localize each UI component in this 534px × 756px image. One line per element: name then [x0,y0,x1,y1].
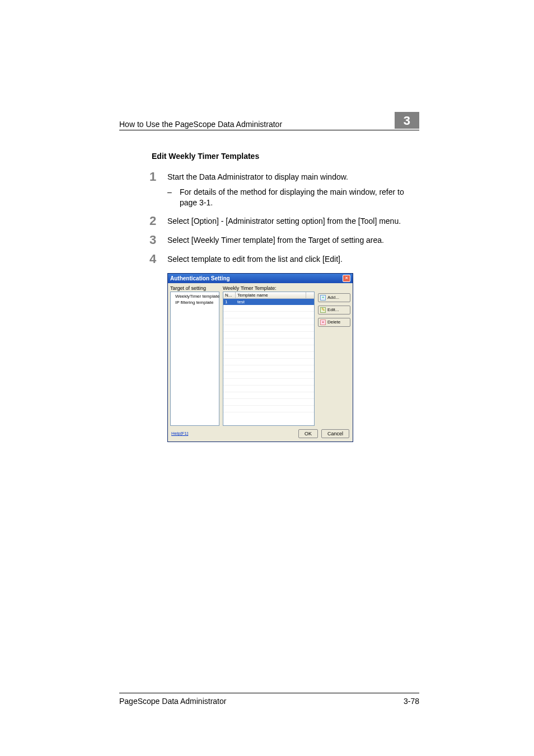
grid-line [223,399,314,406]
step-list: 1 Start the Data Administrator to displa… [149,172,419,265]
footer-page-number: 3-78 [404,697,419,706]
edit-icon: ✎ [320,307,326,313]
chapter-badge: 3 [395,112,419,129]
button-column: + Add... ✎ Edit... × Delete [318,285,350,426]
table-header: N... Template name [223,292,314,299]
step-text: Select [Weekly Timer template] from the … [167,235,419,246]
dialog-window: Authentication Setting × Target of setti… [167,273,353,442]
delete-label: Delete [327,320,340,325]
tree[interactable]: WeeklyTimer template IP filtering templa… [170,292,219,426]
list-label: Weekly Timer Template: [223,285,315,291]
add-icon: + [320,295,326,300]
step-number: 1 [149,171,167,183]
step-number: 3 [149,234,167,246]
sub-step-text: For details of the method for displaying… [180,187,419,208]
close-icon: × [345,276,348,280]
tree-item-weekly-timer[interactable]: WeeklyTimer template [172,293,218,299]
dialog-title: Authentication Setting [170,275,343,281]
dialog-titlebar: Authentication Setting × [168,274,353,283]
step-number: 4 [149,253,167,265]
delete-icon: × [320,320,326,325]
delete-button[interactable]: × Delete [318,318,350,327]
step-text: Select [Option] - [Administrator setting… [167,216,419,227]
grid-line [223,365,314,372]
section-heading: Edit Weekly Timer Templates [152,152,419,161]
th-number[interactable]: N... [223,292,236,298]
step-body: Start the Data Administrator to display … [167,172,419,208]
table-row[interactable]: 1 test [223,299,314,305]
edit-label: Edit... [327,307,339,312]
add-label: Add... [327,295,339,300]
grid-line [223,352,314,359]
tree-column: Target of setting WeeklyTimer template I… [170,285,219,426]
grid-line [223,345,314,352]
th-spacer [306,292,314,298]
step-item: 2 Select [Option] - [Administrator setti… [149,216,419,227]
close-button[interactable]: × [343,275,350,282]
dialog-body: Target of setting WeeklyTimer template I… [168,283,353,426]
step-item: 4 Select template to edit from the list … [149,254,419,265]
help-link[interactable]: Help[F1] [171,431,295,436]
running-header: How to Use the PageScope Data Administra… [119,112,419,130]
grid-line [223,339,314,345]
td-number: 1 [223,299,236,305]
step-text: Select template to edit from the list an… [167,254,419,265]
grid-line [223,379,314,386]
step-item: 3 Select [Weekly Timer template] from th… [149,235,419,246]
dash: – [167,187,180,208]
grid-line [223,386,314,392]
add-button[interactable]: + Add... [318,293,350,302]
td-name: test [236,299,314,305]
page-footer: PageScope Data Administrator 3-78 [119,693,419,706]
grid-line [223,318,314,325]
grid-line [223,406,314,412]
edit-button[interactable]: ✎ Edit... [318,306,350,314]
screenshot: Authentication Setting × Target of setti… [167,273,419,442]
th-template-name[interactable]: Template name [236,292,306,298]
grid-line [223,332,314,339]
step-text: Start the Data Administrator to display … [167,172,348,181]
ok-button[interactable]: OK [298,429,318,438]
grid-line [223,312,314,318]
step-item: 1 Start the Data Administrator to displa… [149,172,419,208]
grid-line [223,372,314,379]
grid-line [223,325,314,332]
running-title: How to Use the PageScope Data Administra… [119,120,385,129]
grid-line [223,392,314,399]
dialog-footer: Help[F1] OK Cancel [168,426,353,442]
grid-line [223,305,314,312]
page: How to Use the PageScope Data Administra… [0,0,534,756]
template-table[interactable]: N... Template name 1 test [223,292,315,426]
footer-doc-title: PageScope Data Administrator [119,697,404,706]
cancel-button[interactable]: Cancel [321,429,349,438]
sub-step: – For details of the method for displayi… [167,187,419,208]
tree-label: Target of setting [170,285,219,291]
tree-item-ip-filtering[interactable]: IP filtering template [172,299,218,306]
grid-line [223,359,314,365]
step-number: 2 [149,215,167,227]
list-column: Weekly Timer Template: N... Template nam… [223,285,315,426]
